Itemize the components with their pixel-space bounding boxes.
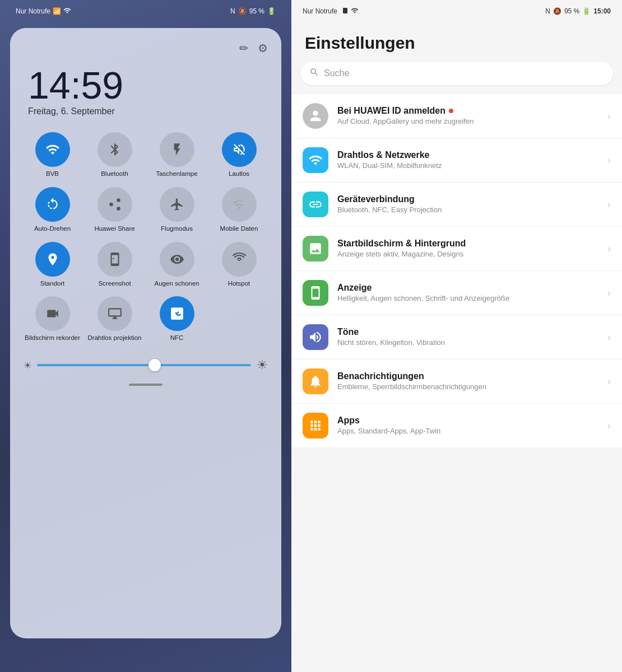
- toggle-eye-care[interactable]: Augen schonen: [148, 242, 206, 288]
- svg-point-0: [117, 198, 120, 202]
- toggle-label-nfc: NFC: [170, 334, 184, 342]
- search-icon: [309, 67, 319, 80]
- toggle-circle-flashlight: [160, 132, 194, 167]
- toggle-bvb[interactable]: BVB: [24, 132, 81, 178]
- toggle-projection[interactable]: Drahtlos projektion: [86, 296, 143, 342]
- toggle-nfc[interactable]: NFC: [148, 296, 206, 342]
- toggle-label-screenshot: Screenshot: [98, 280, 131, 288]
- toggle-screenshot[interactable]: Screenshot: [86, 242, 143, 288]
- sound-settings-icon: [303, 324, 328, 350]
- toggle-location[interactable]: Standort: [24, 242, 81, 288]
- toggle-label-share: Huawei Share: [94, 225, 134, 233]
- date-text: Freitag, 6. September: [28, 106, 263, 116]
- chevron-icon: ›: [607, 155, 611, 166]
- status-icons-right: N 🔕 95 % 🔋 15:00: [545, 7, 611, 15]
- brightness-fill: [37, 364, 155, 366]
- settings-title-start: Startbildschirm & Hintergrund: [337, 239, 603, 249]
- toggles-grid: BVB Bluetooth Taschen­lampe: [24, 132, 268, 342]
- toggle-label-eye: Augen schonen: [155, 280, 199, 288]
- sim-icon: 📶: [53, 7, 61, 15]
- notification-card: ✏ ⚙ 14:59 Freitag, 6. September BVB: [10, 28, 281, 638]
- settings-text-toene: Töne Nicht stören, Klingelton, Vibration: [337, 327, 603, 348]
- chevron-icon: ›: [607, 110, 611, 122]
- battery-text-left: 95 %: [249, 7, 264, 15]
- toggle-hotspot[interactable]: Hotspot: [210, 242, 268, 288]
- settings-text-geraet: Geräteverbindung Bluetooth, NFC, Easy Pr…: [337, 194, 603, 215]
- settings-sub-geraet: Bluetooth, NFC, Easy Projection: [337, 206, 603, 215]
- settings-title-toene: Töne: [337, 327, 603, 337]
- toggle-label-bluetooth: Bluetooth: [101, 170, 128, 178]
- phone-settings-icon: [303, 280, 328, 306]
- settings-panel: Nur Notrufe N 🔕 95 % 🔋 15:00 Einstellung…: [291, 0, 622, 672]
- carrier-text-right: Nur Notrufe: [303, 7, 337, 15]
- chevron-icon: ›: [607, 420, 611, 432]
- chevron-icon: ›: [607, 332, 611, 343]
- settings-sub-benach: Embleme, Sperrbildschirmbenachrichtigung…: [337, 382, 603, 392]
- chevron-icon: ›: [607, 376, 611, 388]
- toggle-silent[interactable]: Lautlos: [210, 132, 268, 178]
- toggle-recorder[interactable]: Bildschirm rekorder: [24, 296, 81, 342]
- settings-title: Einstellungen: [291, 22, 622, 62]
- brightness-low-icon: ☀: [24, 360, 31, 371]
- toggle-label-recorder: Bildschirm rekorder: [25, 334, 80, 342]
- settings-item-anzeige[interactable]: Anzeige Helligkeit, Augen schonen, Schri…: [291, 271, 622, 315]
- toggle-circle-recorder: [35, 296, 70, 331]
- settings-sub-toene: Nicht stören, Klingelton, Vibration: [337, 338, 603, 348]
- toggle-label-projection: Drahtlos projektion: [88, 334, 142, 342]
- search-bar[interactable]: Suche: [300, 62, 613, 85]
- link-settings-icon: [303, 192, 328, 217]
- toggle-label-location: Standort: [40, 280, 64, 288]
- card-header[interactable]: ✏ ⚙: [19, 37, 272, 57]
- toggle-label-bvb: BVB: [46, 170, 59, 178]
- settings-sub-netzwerke: WLAN, Dual-SIM, Mobilfunknetz: [337, 161, 603, 171]
- settings-item-startbildschirm[interactable]: Startbildschirm & Hintergrund Anzeige st…: [291, 227, 622, 271]
- settings-item-benach[interactable]: Benachrichtigungen Embleme, Sperrbildsch…: [291, 360, 622, 404]
- chevron-icon: ›: [607, 199, 611, 211]
- svg-point-2: [117, 207, 120, 211]
- status-bar-right: Nur Notrufe N 🔕 95 % 🔋 15:00: [291, 0, 622, 22]
- battery-icon-left: 🔋: [267, 7, 276, 15]
- toggle-circle-airplane: [160, 187, 194, 222]
- toggle-circle-bluetooth: [98, 132, 132, 167]
- toggle-circle-nfc: [160, 296, 194, 331]
- settings-item-geraet[interactable]: Geräteverbindung Bluetooth, NFC, Easy Pr…: [291, 183, 622, 227]
- settings-title-apps: Apps: [337, 416, 603, 426]
- settings-title-anzeige: Anzeige: [337, 283, 603, 293]
- bottom-handle: [19, 377, 272, 388]
- toggle-bluetooth[interactable]: Bluetooth: [86, 132, 143, 178]
- toggle-circle-silent: [222, 132, 257, 167]
- mute-status-right: 🔕: [553, 7, 561, 15]
- chevron-icon: ›: [607, 287, 611, 299]
- brightness-row[interactable]: ☀ ☀: [19, 347, 272, 377]
- toggle-mobile-data[interactable]: Mobile Daten: [210, 187, 268, 233]
- search-placeholder: Suche: [324, 68, 349, 78]
- sim-icon-right: [342, 7, 349, 16]
- settings-icon[interactable]: ⚙: [258, 41, 268, 55]
- nfc-icon-status: N: [230, 7, 235, 15]
- toggle-rotate[interactable]: Auto-Drehen: [24, 187, 81, 233]
- settings-item-huawei-id[interactable]: Bei HUAWEI ID anmelden Auf Cloud, AppGal…: [291, 94, 622, 138]
- settings-item-apps[interactable]: Apps Apps, Standard-Apps, App-Twin ›: [291, 404, 622, 448]
- brightness-track[interactable]: [37, 364, 251, 366]
- time-right: 15:00: [593, 7, 611, 15]
- toggle-circle-mobile: [222, 187, 257, 222]
- wifi-settings-icon: [303, 147, 328, 173]
- toggle-circle-share: [98, 187, 132, 222]
- edit-icon[interactable]: ✏: [239, 41, 249, 55]
- settings-item-netzwerke[interactable]: Drahtlos & Netzwerke WLAN, Dual-SIM, Mob…: [291, 138, 622, 183]
- toggle-circle-screenshot: [98, 242, 132, 277]
- toggle-label-hotspot: Hotspot: [228, 280, 250, 288]
- settings-sub-huawei-id: Auf Cloud, AppGallery und mehr zugreifen: [337, 117, 603, 127]
- toggle-airplane[interactable]: Flugmodus: [148, 187, 206, 233]
- settings-sub-start: Anzeige stets aktiv, Magazine, Designs: [337, 250, 603, 259]
- svg-rect-3: [343, 8, 347, 13]
- toggle-flashlight[interactable]: Taschen­lampe: [148, 132, 206, 178]
- settings-text-anzeige: Anzeige Helligkeit, Augen schonen, Schri…: [337, 283, 603, 304]
- toggle-label-silent: Lautlos: [229, 170, 249, 178]
- toggle-huawei-share[interactable]: Huawei Share: [86, 187, 143, 233]
- image-settings-icon: [303, 236, 328, 262]
- svg-point-1: [109, 203, 113, 207]
- status-icons-left: N 🔕 95 % 🔋: [230, 7, 276, 15]
- brightness-thumb[interactable]: [148, 359, 161, 371]
- settings-item-toene[interactable]: Töne Nicht stören, Klingelton, Vibration…: [291, 315, 622, 360]
